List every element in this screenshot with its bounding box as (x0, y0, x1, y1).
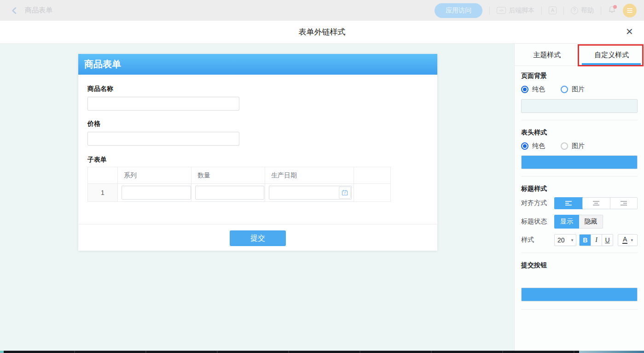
radio-label-image[interactable]: 图片 (572, 85, 585, 94)
user-avatar[interactable] (623, 4, 637, 18)
style-tabs: 主题样式 自定义样式 (515, 44, 644, 66)
product-name-input[interactable] (87, 97, 239, 111)
bold-button[interactable]: B (580, 234, 591, 246)
chevron-down-icon: ▾ (631, 238, 633, 242)
code-icon: </> (497, 7, 506, 14)
tab-custom-style[interactable]: 自定义样式 (580, 44, 644, 65)
calendar-icon: 7 (342, 189, 348, 196)
subform-label: 子表单 (87, 156, 428, 163)
title-status-group: 显示 隐藏 (554, 215, 603, 229)
divider (601, 6, 601, 15)
font-style-label: 样式 (521, 236, 554, 244)
divider (521, 253, 638, 253)
submit-button[interactable]: 提交 (230, 230, 286, 246)
divider (521, 309, 638, 310)
radio-solid-color-selected[interactable] (521, 86, 528, 93)
section-title-page-background: 页面背景 (521, 72, 638, 79)
page-background-color-swatch[interactable] (521, 99, 638, 113)
modal-title: 表单外链样式 (0, 21, 644, 43)
radio-solid-color-selected[interactable] (521, 142, 528, 150)
subform-col-quantity: 数量 (191, 167, 265, 184)
calendar-button[interactable]: 7 (339, 187, 351, 199)
font-color-button[interactable]: A ▾ (618, 234, 638, 246)
backend-script-label: 后端脚本 (509, 6, 534, 15)
divider (563, 6, 564, 15)
section-title-title-style: 标题样式 (521, 185, 638, 192)
align-label: 对齐方式 (521, 199, 554, 207)
divider (489, 6, 490, 15)
font-color-icon: A (622, 236, 627, 244)
bottom-edge-strip (0, 351, 644, 353)
radio-image[interactable] (561, 86, 568, 93)
chevron-left-icon (11, 7, 17, 14)
radio-label-solid[interactable]: 纯色 (532, 142, 545, 150)
field-label-product-name: 商品名称 (87, 75, 428, 92)
svg-text:7: 7 (344, 192, 346, 195)
form-header: 商品表单 (78, 54, 437, 75)
divider (521, 176, 638, 176)
topbar: 商品表单 应用访问 </> 后端脚本 A ? 帮助 (0, 0, 644, 21)
topbar-form-title: 商品表单 (25, 6, 52, 15)
tab-theme-style[interactable]: 主题样式 (515, 44, 580, 65)
quantity-input[interactable] (195, 186, 264, 200)
subform-col-blank (88, 167, 118, 184)
title-status-label: 标题状态 (521, 218, 554, 226)
subform-col-date: 生产日期 (265, 167, 354, 184)
price-input[interactable] (87, 132, 239, 146)
series-input[interactable] (122, 186, 191, 200)
subform-col-series: 系列 (118, 167, 191, 184)
subform-table: 系列 数量 生产日期 1 (87, 167, 391, 202)
app-access-button[interactable]: 应用访问 (435, 3, 482, 18)
form-body: 商品名称 价格 子表单 系列 数量 生产日期 (78, 75, 437, 202)
help-label: 帮助 (581, 6, 594, 15)
radio-label-image[interactable]: 图片 (572, 142, 585, 150)
address-book-button[interactable]: A (549, 6, 557, 14)
text-format-group: B I U (579, 234, 613, 246)
backend-script-button[interactable]: </> 后端脚本 (497, 6, 534, 15)
underline-button[interactable]: U (602, 235, 613, 246)
title-status-row: 标题状态 显示 隐藏 (521, 215, 638, 229)
modal-header: 表单外链样式 × (0, 21, 644, 44)
topbar-actions: 应用访问 </> 后端脚本 A ? 帮助 (435, 0, 637, 21)
submit-button-color-swatch[interactable] (521, 288, 638, 301)
question-icon: ? (571, 7, 578, 14)
font-size-select[interactable]: 20 ▾ (554, 234, 576, 246)
subform-col-blank-end (354, 167, 391, 184)
strip-segment (4, 351, 579, 353)
back-button[interactable] (11, 7, 17, 14)
close-icon[interactable]: × (626, 24, 633, 39)
style-settings-sidebar: 主题样式 自定义样式 页面背景 纯色 图片 表头样式 纯色 图片 标题样式 对齐… (514, 44, 644, 353)
form-preview-card: 商品表单 商品名称 价格 子表单 系列 数量 生产日期 (78, 54, 437, 251)
notification-dot (613, 5, 617, 9)
address-book-icon: A (549, 6, 557, 14)
strip-segment (579, 351, 644, 353)
align-right-icon (620, 200, 627, 206)
align-left-icon (565, 200, 572, 206)
date-input-wrapper: 7 (269, 186, 352, 200)
align-left-button[interactable] (554, 197, 583, 209)
strip-segment (0, 351, 4, 353)
radio-image[interactable] (561, 142, 568, 150)
divider (541, 6, 542, 15)
divider (521, 120, 638, 120)
row-blank-cell (354, 184, 391, 202)
chevron-down-icon: ▾ (571, 238, 574, 242)
section-title-header-style: 表头样式 (521, 129, 638, 136)
custom-style-panel: 页面背景 纯色 图片 表头样式 纯色 图片 标题样式 对齐方式 (515, 72, 644, 310)
align-center-button[interactable] (582, 198, 610, 209)
align-right-button[interactable] (610, 198, 638, 209)
header-color-swatch[interactable] (521, 155, 638, 169)
font-size-value: 20 (557, 236, 565, 244)
title-hide-button[interactable]: 隐藏 (579, 215, 603, 229)
row-index: 1 (88, 184, 118, 202)
production-date-input[interactable] (269, 186, 339, 199)
radio-label-solid[interactable]: 纯色 (532, 85, 545, 94)
field-label-price: 价格 (87, 120, 428, 127)
italic-button[interactable]: I (591, 235, 602, 246)
align-row: 对齐方式 (521, 197, 638, 209)
notification-bell-button[interactable] (608, 6, 616, 15)
help-button[interactable]: ? 帮助 (571, 6, 594, 15)
align-button-group (554, 197, 638, 209)
font-style-row: 样式 20 ▾ B I U A ▾ (521, 234, 638, 246)
title-show-button[interactable]: 显示 (554, 215, 579, 229)
